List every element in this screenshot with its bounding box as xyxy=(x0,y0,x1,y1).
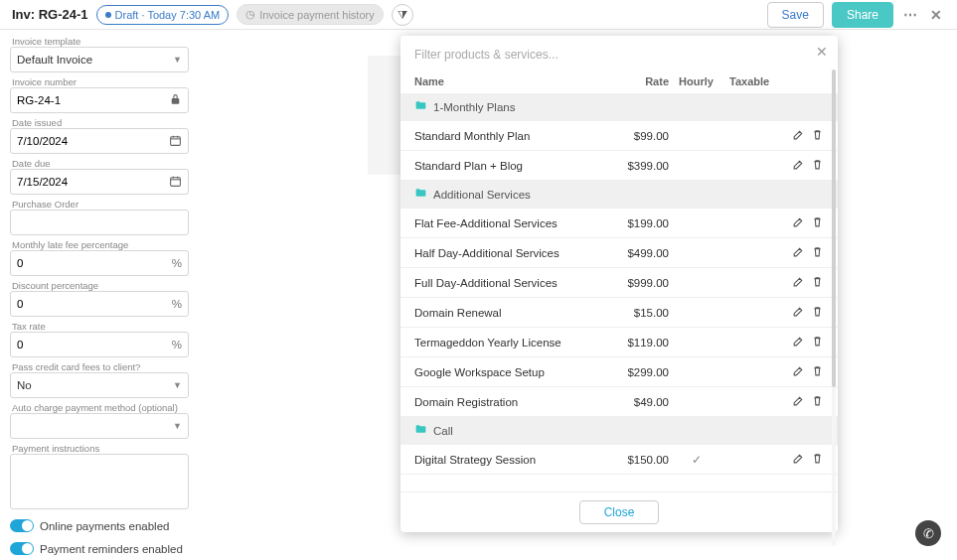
modal-close-button[interactable]: ✕ xyxy=(816,44,828,60)
edit-icon[interactable] xyxy=(792,245,805,260)
item-row[interactable]: Half Day-Additional Services$499.00 xyxy=(400,238,838,268)
item-name: Half Day-Additional Services xyxy=(414,247,597,259)
svg-rect-0 xyxy=(171,136,181,145)
auto-select[interactable]: ▼ xyxy=(10,413,189,439)
modal-close-footer-button[interactable]: Close xyxy=(579,500,660,524)
edit-icon[interactable] xyxy=(792,305,805,320)
item-actions xyxy=(778,335,824,350)
template-select[interactable]: Default Invoice ▼ xyxy=(10,47,189,72)
item-rate: $199.00 xyxy=(597,217,669,229)
payment-history-chip[interactable]: ◷ Invoice payment history xyxy=(237,4,384,25)
item-rate: $299.00 xyxy=(597,366,669,378)
instructions-field[interactable] xyxy=(10,454,189,509)
item-row[interactable]: Domain Registration$49.00 xyxy=(400,387,838,417)
col-rate: Rate xyxy=(597,75,669,87)
item-name: Digital Strategy Session xyxy=(414,454,597,466)
category-row[interactable]: 1-Monthly Plans xyxy=(400,93,838,121)
online-toggle[interactable] xyxy=(10,519,34,532)
item-name: Google Workspace Setup xyxy=(414,366,597,378)
tax-field[interactable]: % xyxy=(10,332,189,357)
reminders-toggle[interactable] xyxy=(10,542,34,555)
edit-icon[interactable] xyxy=(792,394,805,409)
draft-label: Draft · Today 7:30 AM xyxy=(115,9,221,21)
category-label: Additional Services xyxy=(433,189,531,201)
delete-icon[interactable] xyxy=(811,215,824,230)
category-label: Call xyxy=(433,425,453,437)
item-hourly: ✓ xyxy=(669,453,723,467)
edit-icon[interactable] xyxy=(792,158,805,173)
edit-icon[interactable] xyxy=(792,215,805,230)
item-row[interactable]: Full Day-Additional Services$999.00 xyxy=(400,268,838,298)
discount-field[interactable]: % xyxy=(10,291,189,317)
delete-icon[interactable] xyxy=(811,335,824,350)
item-name: Standard Plan + Blog xyxy=(414,160,597,172)
delete-icon[interactable] xyxy=(811,364,824,379)
template-label: Invoice template xyxy=(10,36,189,47)
delete-icon[interactable] xyxy=(811,305,824,320)
edit-icon[interactable] xyxy=(792,335,805,350)
item-actions xyxy=(778,158,824,173)
pass-select[interactable]: No ▼ xyxy=(10,372,189,398)
item-row[interactable]: Flat Fee-Additional Services$199.00 xyxy=(400,209,838,238)
delete-icon[interactable] xyxy=(811,394,824,409)
category-row[interactable]: Call xyxy=(400,417,838,445)
item-actions xyxy=(778,305,824,320)
draft-chip[interactable]: Draft · Today 7:30 AM xyxy=(96,5,230,25)
number-label: Invoice number xyxy=(10,76,189,87)
number-field xyxy=(10,87,189,113)
item-row[interactable]: Digital Strategy Session$150.00✓ xyxy=(400,445,838,475)
delete-icon[interactable] xyxy=(811,452,824,467)
scrollbar-thumb[interactable] xyxy=(832,70,836,387)
col-name: Name xyxy=(414,75,597,87)
delete-icon[interactable] xyxy=(811,275,824,290)
discount-label: Discount percentage xyxy=(10,280,189,291)
delete-icon[interactable] xyxy=(811,158,824,173)
late-field[interactable]: % xyxy=(10,250,189,276)
edit-icon[interactable] xyxy=(792,128,805,143)
po-field[interactable] xyxy=(10,210,189,235)
category-row[interactable]: Additional Services xyxy=(400,181,838,209)
chevron-down-icon: ▼ xyxy=(173,421,182,431)
delete-icon[interactable] xyxy=(811,128,824,143)
item-actions xyxy=(778,275,824,290)
history-label: Invoice payment history xyxy=(259,9,375,21)
help-button[interactable]: ✆ xyxy=(915,520,941,546)
item-row[interactable]: Standard Monthly Plan$99.00 xyxy=(400,121,838,151)
more-button[interactable]: ⋯ xyxy=(901,7,919,23)
item-row[interactable]: Google Workspace Setup$299.00 xyxy=(400,357,838,387)
item-actions xyxy=(778,364,824,379)
funnel-icon: ⧩ xyxy=(398,8,407,22)
folder-icon xyxy=(414,187,427,203)
item-actions xyxy=(778,452,824,467)
chevron-down-icon: ▼ xyxy=(173,380,182,390)
folder-icon xyxy=(414,423,427,439)
calendar-icon xyxy=(169,134,182,149)
delete-icon[interactable] xyxy=(811,245,824,260)
filter-input[interactable] xyxy=(414,48,824,62)
due-field[interactable] xyxy=(10,169,189,195)
close-button[interactable]: ✕ xyxy=(927,7,945,23)
item-actions xyxy=(778,128,824,143)
chevron-down-icon: ▼ xyxy=(173,55,182,65)
modal-body[interactable]: 1-Monthly PlansStandard Monthly Plan$99.… xyxy=(400,93,838,491)
save-button[interactable]: Save xyxy=(767,2,824,28)
item-rate: $99.00 xyxy=(597,130,669,142)
item-row[interactable]: Standard Plan + Blog$399.00 xyxy=(400,151,838,181)
edit-icon[interactable] xyxy=(792,452,805,467)
edit-icon[interactable] xyxy=(792,364,805,379)
item-row[interactable]: Termageddon Yearly License$119.00 xyxy=(400,328,838,357)
status-dot xyxy=(105,12,111,18)
item-actions xyxy=(778,394,824,409)
col-tax: Taxable xyxy=(723,75,778,87)
instructions-label: Payment instructions xyxy=(10,443,189,454)
clock-icon: ◷ xyxy=(245,8,255,21)
filter-button[interactable]: ⧩ xyxy=(392,4,413,26)
item-row[interactable]: Domain Renewal$15.00 xyxy=(400,298,838,328)
category-label: 1-Monthly Plans xyxy=(433,101,515,113)
top-bar: Inv: RG-24-1 Draft · Today 7:30 AM ◷ Inv… xyxy=(0,0,957,30)
edit-icon[interactable] xyxy=(792,275,805,290)
issued-field[interactable] xyxy=(10,128,189,154)
item-rate: $999.00 xyxy=(597,277,669,289)
share-button[interactable]: Share xyxy=(832,2,893,28)
item-name: Domain Registration xyxy=(414,396,597,408)
